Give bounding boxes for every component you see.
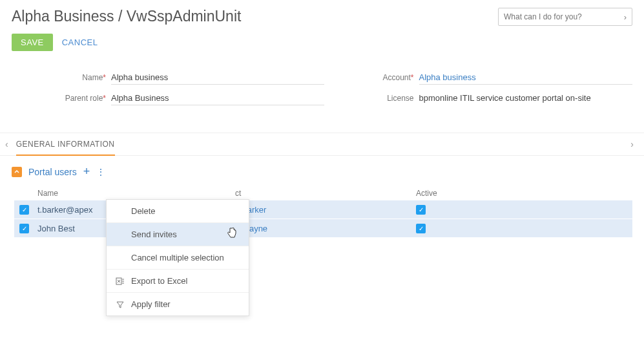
- row-checkbox[interactable]: ✓: [19, 205, 29, 215]
- col-header-active[interactable]: Active: [416, 189, 545, 198]
- account-field[interactable]: Alpha business: [419, 70, 632, 85]
- page-title: Alpha Business / VwSspAdminUnit: [12, 8, 241, 25]
- section-prev-icon[interactable]: ‹: [5, 139, 8, 149]
- detail-actions-icon[interactable]: ⋮: [96, 167, 105, 177]
- license-label: License: [364, 94, 419, 103]
- cell-contact[interactable]: s Barker: [235, 205, 416, 215]
- parent-role-field[interactable]: Alpha Business: [111, 91, 324, 105]
- tab-general-information[interactable]: GENERAL INFORMATION: [16, 133, 115, 156]
- export-excel-icon: [116, 277, 125, 286]
- active-checkbox[interactable]: ✓: [416, 205, 426, 215]
- cancel-button[interactable]: CANCEL: [62, 37, 98, 47]
- detail-title-portal-users[interactable]: Portal users: [28, 167, 77, 177]
- menu-export-excel[interactable]: Export to Excel: [107, 270, 249, 293]
- menu-label: Apply filter: [131, 299, 171, 309]
- cell-contact[interactable]: y Wayne: [235, 224, 416, 233]
- grid-header-row: Name ct Active: [14, 185, 632, 200]
- cursor-hand-icon: [227, 227, 237, 240]
- detail-collapse-toggle[interactable]: [12, 167, 22, 177]
- license-field[interactable]: bpmonline ITIL service customer portal o…: [419, 91, 632, 105]
- name-field[interactable]: Alpha business: [111, 70, 324, 85]
- search-input[interactable]: [504, 12, 624, 21]
- row-checkbox[interactable]: ✓: [19, 224, 29, 233]
- filter-icon: [116, 300, 125, 309]
- search-go-icon[interactable]: ›: [624, 12, 627, 22]
- active-checkbox[interactable]: ✓: [416, 224, 426, 233]
- cell-active: ✓: [416, 224, 545, 233]
- add-record-icon[interactable]: +: [83, 165, 90, 178]
- col-header-contact[interactable]: ct: [235, 189, 416, 198]
- col-header-name[interactable]: Name: [37, 189, 235, 198]
- parent-role-label: Parent role*: [56, 94, 111, 103]
- portal-users-grid: Name ct Active ✓ t.barker@apex s Barker …: [12, 185, 632, 238]
- cell-active: ✓: [416, 205, 545, 215]
- menu-delete[interactable]: Delete: [107, 200, 249, 223]
- name-label: Name*: [56, 73, 111, 82]
- account-label: Account*: [364, 73, 419, 82]
- menu-label: Cancel multiple selection: [131, 253, 224, 262]
- chevron-up-icon: [14, 169, 19, 175]
- menu-label: Delete: [131, 206, 156, 216]
- detail-context-menu: Delete Send invites Cancel multiple sele…: [106, 199, 249, 316]
- menu-apply-filter[interactable]: Apply filter: [107, 293, 249, 315]
- menu-label: Send invites: [131, 230, 177, 239]
- save-button[interactable]: SAVE: [12, 34, 53, 51]
- menu-label: Export to Excel: [131, 276, 187, 286]
- global-search[interactable]: ›: [498, 8, 632, 26]
- section-next-icon[interactable]: ›: [630, 139, 634, 149]
- menu-send-invites[interactable]: Send invites: [107, 223, 249, 246]
- menu-cancel-multiple[interactable]: Cancel multiple selection: [107, 246, 249, 270]
